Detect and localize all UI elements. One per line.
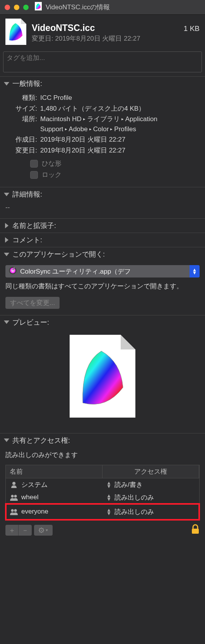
remove-button[interactable]: － xyxy=(19,525,32,536)
size-value: 1,480 バイト（ディスク上の4 KB） xyxy=(40,104,200,114)
section-title: コメント: xyxy=(12,235,42,245)
kind-label: 種類: xyxy=(5,93,37,103)
section-sharing-header[interactable]: 共有とアクセス権: xyxy=(0,433,205,447)
preview-body xyxy=(0,329,205,433)
svg-line-22 xyxy=(43,531,44,532)
window-title: VideoNTSC.iccの情報 xyxy=(46,3,110,12)
user-name: everyone xyxy=(21,508,48,516)
tags-field[interactable]: タグを追加... xyxy=(3,51,202,72)
disclosure-triangle-icon xyxy=(4,438,9,442)
section-comments-header[interactable]: コメント: xyxy=(0,233,205,247)
group-icon xyxy=(10,494,18,501)
svg-point-5 xyxy=(10,268,15,273)
size-label: サイズ: xyxy=(5,104,37,114)
app-icon xyxy=(9,266,17,277)
section-general-header[interactable]: 一般情報: xyxy=(0,76,205,91)
kind-value: ICC Profile xyxy=(40,93,200,103)
change-all-button[interactable]: すべてを変更... xyxy=(5,297,60,309)
file-icon xyxy=(5,19,26,47)
svg-point-11 xyxy=(11,495,14,498)
sharing-summary: 読み出しのみができます xyxy=(5,450,200,459)
locked-label: ロック xyxy=(42,170,62,179)
svg-rect-26 xyxy=(192,529,199,534)
updown-arrows-icon: ▲▼ xyxy=(106,508,111,515)
file-header: VideoNTSC.icc 1 KB 変更日: 2019年8月20日 火曜日 2… xyxy=(0,15,205,50)
section-title: 詳細情報: xyxy=(12,190,42,199)
openwith-popup[interactable]: ColorSync ユーティリティ.app（デフ ▲▼ xyxy=(5,265,200,277)
file-modified: 変更日: 2019年8月20日 火曜日 22:27 xyxy=(32,34,200,43)
svg-line-23 xyxy=(39,531,40,532)
created-value: 2019年8月20日 火曜日 22:27 xyxy=(40,135,200,145)
svg-point-16 xyxy=(41,529,42,531)
section-general-body: 種類:ICC Profile サイズ:1,480 バイト（ディスク上の4 KB）… xyxy=(0,91,205,187)
section-moreinfo-header[interactable]: 詳細情報: xyxy=(0,187,205,201)
svg-line-24 xyxy=(43,528,44,529)
stationery-label: ひな形 xyxy=(42,159,62,168)
section-title: 共有とアクセス権: xyxy=(12,436,70,445)
stationery-checkbox[interactable] xyxy=(30,160,38,168)
action-menu-button[interactable] xyxy=(34,525,53,536)
file-size: 1 KB xyxy=(184,24,200,33)
modified-label: 変更日: xyxy=(5,146,37,156)
zoom-window-button[interactable] xyxy=(23,5,29,10)
privilege-value[interactable]: 読み/書き xyxy=(114,480,143,489)
section-title: 名前と拡張子: xyxy=(12,221,56,230)
privilege-value[interactable]: 読み出しのみ xyxy=(114,507,154,516)
svg-line-21 xyxy=(39,528,40,529)
close-window-button[interactable] xyxy=(5,5,10,10)
section-openwith-body: ColorSync ユーティリティ.app（デフ ▲▼ 同じ種類の書類はすべてこ… xyxy=(0,261,205,315)
section-title: このアプリケーションで開く: xyxy=(12,250,105,259)
openwith-app-label: ColorSync ユーティリティ.app（デフ xyxy=(20,267,190,276)
locked-checkbox[interactable] xyxy=(30,171,38,179)
section-title: プレビュー: xyxy=(12,318,49,327)
col-priv-header[interactable]: アクセス権 xyxy=(102,465,199,478)
minimize-window-button[interactable] xyxy=(14,5,19,10)
svg-point-13 xyxy=(11,509,14,512)
permissions-table: 名前 アクセス権 システム▲▼読み/書きwheel▲▼読み出しのみeveryon… xyxy=(5,465,200,520)
user-name: システム xyxy=(21,480,48,489)
svg-point-10 xyxy=(12,482,15,485)
section-title: 一般情報: xyxy=(12,79,42,88)
disclosure-triangle-icon xyxy=(5,223,9,228)
col-name-header[interactable]: 名前 xyxy=(6,465,102,478)
section-nameext-header[interactable]: 名前と拡張子: xyxy=(0,218,205,233)
lock-icon[interactable] xyxy=(191,524,200,536)
disclosure-triangle-icon xyxy=(4,193,9,196)
privilege-value[interactable]: 読み出しのみ xyxy=(114,493,154,502)
created-label: 作成日: xyxy=(5,135,37,145)
disclosure-triangle-icon xyxy=(4,253,9,256)
section-sharing-body: 読み出しのみができます 名前 アクセス権 システム▲▼読み/書きwheel▲▼読… xyxy=(0,447,205,520)
where-label: 場所: xyxy=(5,114,37,134)
where-value: Macintosh HD▸ライブラリ▸Application Support▸A… xyxy=(40,114,200,134)
popup-arrows-icon: ▲▼ xyxy=(190,265,200,277)
user-name: wheel xyxy=(21,493,38,501)
group-icon xyxy=(10,508,18,515)
updown-arrows-icon: ▲▼ xyxy=(106,494,111,501)
file-proxy-icon xyxy=(35,2,42,12)
modified-value: 2019年8月20日 火曜日 22:27 xyxy=(40,146,200,156)
add-button[interactable]: ＋ xyxy=(5,525,19,536)
openwith-note: 同じ種類の書類はすべてこのアプリケーションで開きます。 xyxy=(5,281,200,291)
disclosure-triangle-icon xyxy=(5,237,9,243)
table-row[interactable]: システム▲▼読み/書き xyxy=(6,478,199,491)
section-preview-header[interactable]: プレビュー: xyxy=(0,315,205,329)
table-row[interactable]: everyone▲▼読み出しのみ xyxy=(6,504,199,520)
person-icon xyxy=(10,481,18,488)
disclosure-triangle-icon xyxy=(4,320,9,324)
svg-marker-25 xyxy=(46,529,48,531)
table-row[interactable]: wheel▲▼読み出しのみ xyxy=(6,491,199,504)
moreinfo-body: -- xyxy=(0,201,205,218)
preview-image xyxy=(70,335,135,418)
section-openwith-header[interactable]: このアプリケーションで開く: xyxy=(0,247,205,261)
permissions-toolbar: ＋ － xyxy=(0,520,205,540)
svg-point-12 xyxy=(14,495,17,498)
file-name: VideoNTSC.icc xyxy=(32,23,95,33)
titlebar: VideoNTSC.iccの情報 xyxy=(0,0,205,15)
svg-point-14 xyxy=(14,509,17,512)
updown-arrows-icon: ▲▼ xyxy=(106,481,111,488)
disclosure-triangle-icon xyxy=(4,82,9,86)
